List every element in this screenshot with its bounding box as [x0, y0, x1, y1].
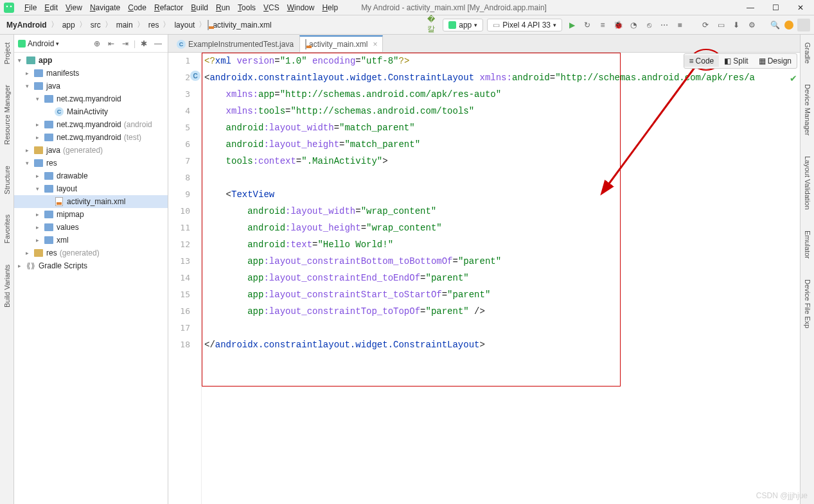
sidebar-view-selector[interactable]: Android ▾: [18, 39, 59, 48]
tool-tab-build-variants[interactable]: Build Variants: [2, 261, 12, 311]
editor-tab[interactable]: activity_main.xml×: [299, 35, 383, 52]
breadcrumb-item[interactable]: activity_main.xml: [210, 19, 274, 31]
search-icon[interactable]: 🔍: [769, 19, 781, 31]
avd-icon[interactable]: ▭: [715, 19, 727, 31]
mode-design-button[interactable]: ▦Design: [754, 55, 797, 67]
tool-tab-gradle[interactable]: Gradle: [802, 39, 813, 67]
mode-code-button[interactable]: ≡Code: [684, 55, 720, 67]
profiler-icon[interactable]: ◔: [628, 19, 639, 31]
tool-tab-favorites[interactable]: Favorites: [2, 211, 12, 247]
sidebar-expand-icon[interactable]: ⇥: [119, 38, 131, 49]
debug-icon[interactable]: 🐞: [612, 19, 624, 31]
tree-arrow-icon[interactable]: ▾: [26, 83, 33, 89]
account-icon[interactable]: [797, 19, 810, 31]
tree-item[interactable]: ▸manifests: [14, 67, 168, 80]
breadcrumb-item[interactable]: res: [146, 19, 162, 31]
tree-item[interactable]: ▸xml: [14, 234, 168, 247]
tree-item[interactable]: CMainActivity: [14, 105, 168, 118]
tool-tab-structure[interactable]: Structure: [2, 162, 12, 198]
breadcrumb-item[interactable]: app: [60, 19, 78, 31]
tree-item[interactable]: activity_main.xml: [14, 195, 168, 208]
attach-icon[interactable]: ⎋: [643, 19, 655, 31]
menu-navigate[interactable]: Navigate: [86, 2, 124, 13]
tool-tab-resource-manager[interactable]: Resource Manager: [2, 81, 12, 149]
gutter: 123456789101112131415161718 C: [168, 53, 202, 504]
tree-arrow-icon[interactable]: ▸: [36, 237, 44, 243]
tool-tab-device-file-exp[interactable]: Device File Exp: [802, 275, 813, 332]
breadcrumb-item[interactable]: src: [88, 19, 103, 31]
assistant-icon[interactable]: ⚙: [746, 19, 757, 31]
menu-file[interactable]: File: [21, 2, 40, 13]
more-run-icon[interactable]: ⋯: [659, 19, 670, 31]
tree-item[interactable]: ▾net.zwq.myandroid: [14, 92, 168, 105]
tree-arrow-icon[interactable]: ▸: [26, 250, 33, 256]
tree-item[interactable]: ▸net.zwq.myandroid(test): [14, 131, 168, 144]
maximize-icon[interactable]: ☐: [772, 3, 779, 12]
tree-arrow-icon[interactable]: ▸: [26, 70, 33, 76]
menu-view[interactable]: View: [62, 2, 86, 13]
code-editor[interactable]: <?xml version="1.0" encoding="utf-8"?> <…: [202, 53, 800, 504]
menu-refactor[interactable]: Refactor: [150, 2, 187, 13]
run-icon[interactable]: ▶: [566, 19, 578, 31]
tool-tab-layout-validation[interactable]: Layout Validation: [802, 152, 813, 214]
menu-window[interactable]: Window: [283, 2, 319, 13]
tree-arrow-icon[interactable]: ▸: [18, 263, 26, 269]
tree-arrow-icon[interactable]: ▸: [36, 173, 44, 179]
tree-item[interactable]: ▾java: [14, 80, 168, 92]
sidebar-hide-icon[interactable]: —: [152, 38, 164, 49]
menu-code[interactable]: Code: [124, 2, 150, 13]
breadcrumb-item[interactable]: layout: [172, 19, 197, 31]
tree-item[interactable]: ▾layout: [14, 182, 168, 195]
tree-arrow-icon[interactable]: ▾: [18, 57, 26, 64]
tree-item[interactable]: ▸drawable: [14, 169, 168, 182]
tree-arrow-icon[interactable]: ▸: [26, 147, 33, 153]
stop-icon[interactable]: ■: [674, 19, 686, 31]
tree-item[interactable]: ▾app: [14, 54, 168, 67]
tree-arrow-icon[interactable]: ▸: [36, 134, 44, 141]
sidebar-settings-icon[interactable]: ✱: [138, 38, 150, 49]
tree-item[interactable]: ▸values: [14, 221, 168, 234]
close-icon[interactable]: ✕: [797, 3, 804, 12]
notification-icon[interactable]: [784, 21, 793, 30]
minimize-icon[interactable]: ―: [747, 3, 754, 12]
device-dropdown[interactable]: ▭ Pixel 4 API 33 ▾: [487, 19, 562, 31]
menu-tools[interactable]: Tools: [234, 2, 260, 13]
sidebar-collapse-icon[interactable]: ⇤: [105, 38, 117, 49]
folder-blue-icon: [44, 171, 54, 181]
tree-item[interactable]: ▸net.zwq.myandroid(android: [14, 118, 168, 131]
tree-item[interactable]: ▸mipmap: [14, 208, 168, 221]
menu-help[interactable]: Help: [318, 2, 342, 13]
menu-build[interactable]: Build: [187, 2, 212, 13]
tool-tab-project[interactable]: Project: [2, 39, 12, 68]
menu-vcs[interactable]: VCS: [260, 2, 283, 13]
menu-run[interactable]: Run: [212, 2, 234, 13]
run-config-dropdown[interactable]: app ▾: [443, 19, 483, 31]
sdk-icon[interactable]: ⬇: [730, 19, 742, 31]
tree-item[interactable]: ▸java(generated): [14, 144, 168, 157]
project-tree[interactable]: ▾app▸manifests▾java▾net.zwq.myandroidCMa…: [14, 53, 168, 504]
tree-item[interactable]: ▸⟪⟫Gradle Scripts: [14, 259, 168, 272]
tree-arrow-icon[interactable]: ▾: [26, 160, 33, 166]
tree-item[interactable]: ▾res: [14, 157, 168, 169]
tab-close-icon[interactable]: ×: [373, 40, 377, 49]
toolbar: MyAndroid〉app〉src〉main〉res〉layout〉activi…: [0, 15, 814, 35]
tree-arrow-icon[interactable]: ▸: [36, 121, 44, 128]
tool-tab-device-manager[interactable]: Device Manager: [802, 80, 813, 139]
coverage-icon[interactable]: ≡: [597, 19, 608, 31]
sidebar-target-icon[interactable]: ⊕: [91, 38, 103, 49]
mode-split-button[interactable]: ◧Split: [719, 55, 753, 67]
tree-arrow-icon[interactable]: ▸: [36, 224, 44, 230]
tree-arrow-icon[interactable]: ▾: [36, 96, 44, 102]
breadcrumb-item[interactable]: main: [114, 19, 136, 31]
hammer-build-icon[interactable]: �칼: [427, 19, 439, 31]
tree-arrow-icon[interactable]: ▾: [36, 186, 44, 192]
class-gutter-icon[interactable]: C: [190, 71, 200, 81]
editor-tab[interactable]: CExampleInstrumentedTest.java: [171, 35, 299, 52]
breadcrumb-item[interactable]: MyAndroid: [4, 19, 49, 31]
tool-tab-emulator[interactable]: Emulator: [802, 227, 813, 263]
tree-arrow-icon[interactable]: ▸: [36, 211, 44, 218]
menu-edit[interactable]: Edit: [40, 2, 62, 13]
rerun-icon[interactable]: ↻: [581, 19, 593, 31]
tree-item[interactable]: ▸res(generated): [14, 247, 168, 259]
sync-icon[interactable]: ⟳: [700, 19, 711, 31]
